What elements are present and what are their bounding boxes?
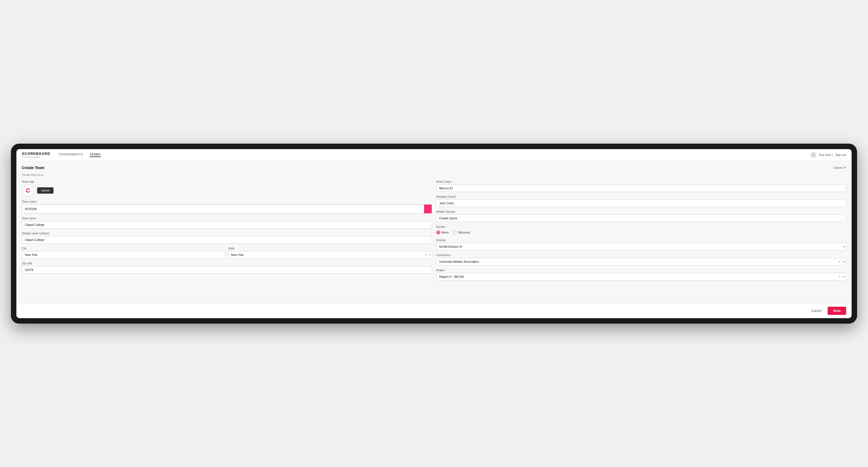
state-label: State	[228, 247, 432, 250]
gender-mens-label: Mens	[441, 231, 449, 234]
athletic-director-input[interactable]	[436, 214, 846, 222]
page-title: Create Team	[22, 165, 44, 170]
page-header: Create Team Cancel ✕	[22, 165, 846, 170]
athletic-director-field: Athletic Director	[436, 210, 846, 222]
assistant-coach-label: Assistant Coach	[436, 195, 846, 198]
region-input[interactable]	[436, 273, 846, 280]
zip-code-field: Zip code	[22, 262, 432, 274]
upload-button[interactable]: Upload	[37, 187, 54, 194]
form-left: Team logo C Upload Team colour	[22, 180, 432, 280]
conference-field: Conference ✕ ▾	[436, 254, 846, 266]
region-field: Region ✕ ▾	[436, 269, 846, 280]
division-label: Division	[436, 239, 846, 242]
close-icon: ✕	[844, 166, 846, 169]
color-input-wrapper	[22, 204, 432, 214]
sign-out-link[interactable]: Sign out	[835, 153, 846, 156]
section-label: TEAM DETAILS	[22, 174, 846, 177]
team-colour-field: Team colour	[22, 200, 432, 214]
team-name-field: Team name	[22, 217, 432, 228]
user-label: Test User |	[818, 153, 833, 156]
nav-tournaments[interactable]: TOURNAMENTS	[58, 153, 83, 157]
gender-label: Gender	[436, 225, 846, 228]
main-content: Create Team Cancel ✕ TEAM DETAILS Team l…	[17, 161, 851, 303]
logo-circle: C	[22, 184, 34, 197]
team-logo-label: Team logo	[22, 180, 432, 183]
display-name-label: Display name (unique)	[22, 232, 432, 235]
city-state-row: City State ✕ ▾	[22, 247, 432, 259]
state-clear-icon[interactable]: ✕	[425, 253, 427, 256]
head-coach-input[interactable]	[436, 184, 846, 192]
conference-clear-icon[interactable]: ✕	[838, 260, 841, 263]
gender-mens-radio[interactable]	[436, 230, 440, 234]
conference-input[interactable]	[436, 258, 846, 266]
color-swatch[interactable]	[424, 205, 432, 213]
save-button[interactable]: Save	[828, 307, 846, 315]
region-wrapper: ✕ ▾	[436, 273, 846, 280]
athletic-director-label: Athletic Director	[436, 210, 846, 213]
region-label: Region	[436, 269, 846, 272]
division-wrapper: NCAA Division III NCAA Division II NCAA …	[436, 243, 846, 250]
nav-right: T Test User | Sign out	[810, 152, 846, 158]
user-avatar: T	[810, 152, 816, 158]
city-input[interactable]	[22, 251, 226, 259]
logo-text: SCOREBOARD	[22, 152, 50, 156]
nav-teams[interactable]: TEAMS	[90, 153, 100, 157]
city-state-field: City State ✕ ▾	[22, 247, 432, 259]
cancel-button[interactable]: Cancel	[808, 307, 825, 314]
gender-womens-radio[interactable]	[453, 230, 457, 234]
gender-mens-option[interactable]: Mens	[436, 230, 449, 234]
top-nav: SCOREBOARD Powered by clippd TOURNAMENTS…	[17, 149, 851, 161]
city-label: City	[22, 247, 226, 250]
form-footer: Cancel Save	[17, 303, 851, 318]
state-field: State ✕ ▾	[228, 247, 432, 259]
logo-upload-area: C Upload	[22, 184, 432, 197]
form-grid: Team logo C Upload Team colour	[22, 180, 846, 280]
conference-wrapper: ✕ ▾	[436, 258, 846, 266]
team-name-label: Team name	[22, 217, 432, 220]
head-coach-field: Head Coach	[436, 180, 846, 192]
logo-area: SCOREBOARD Powered by clippd	[22, 152, 50, 158]
gender-field: Gender Mens Womens	[436, 225, 846, 236]
tablet-screen: SCOREBOARD Powered by clippd TOURNAMENTS…	[17, 149, 851, 318]
nav-links: TOURNAMENTS TEAMS	[58, 153, 810, 157]
assistant-coach-input[interactable]	[436, 199, 846, 207]
head-coach-label: Head Coach	[436, 180, 846, 183]
conference-label: Conference	[436, 254, 846, 257]
gender-radio-group: Mens Womens	[436, 229, 846, 236]
display-name-input[interactable]	[22, 236, 432, 244]
division-field: Division NCAA Division III NCAA Division…	[436, 239, 846, 250]
gender-womens-option[interactable]: Womens	[453, 230, 470, 234]
region-clear-icon[interactable]: ✕	[838, 275, 841, 278]
tablet-frame: SCOREBOARD Powered by clippd TOURNAMENTS…	[11, 144, 857, 323]
header-cancel-button[interactable]: Cancel ✕	[833, 166, 846, 169]
state-input[interactable]	[228, 251, 432, 259]
state-select-wrapper: ✕ ▾	[228, 251, 432, 259]
zip-input[interactable]	[22, 266, 432, 274]
zip-label: Zip code	[22, 262, 432, 265]
logo-sub: Powered by clippd	[22, 156, 50, 158]
display-name-field: Display name (unique)	[22, 232, 432, 244]
city-field: City	[22, 247, 226, 259]
division-select[interactable]: NCAA Division III NCAA Division II NCAA …	[436, 243, 846, 250]
team-colour-label: Team colour	[22, 200, 432, 203]
team-name-input[interactable]	[22, 221, 432, 228]
team-logo-field: Team logo C Upload	[22, 180, 432, 197]
gender-womens-label: Womens	[458, 231, 470, 234]
form-right: Head Coach Assistant Coach Athletic Dire…	[436, 180, 846, 280]
assistant-coach-field: Assistant Coach	[436, 195, 846, 207]
team-colour-input[interactable]	[22, 206, 424, 213]
